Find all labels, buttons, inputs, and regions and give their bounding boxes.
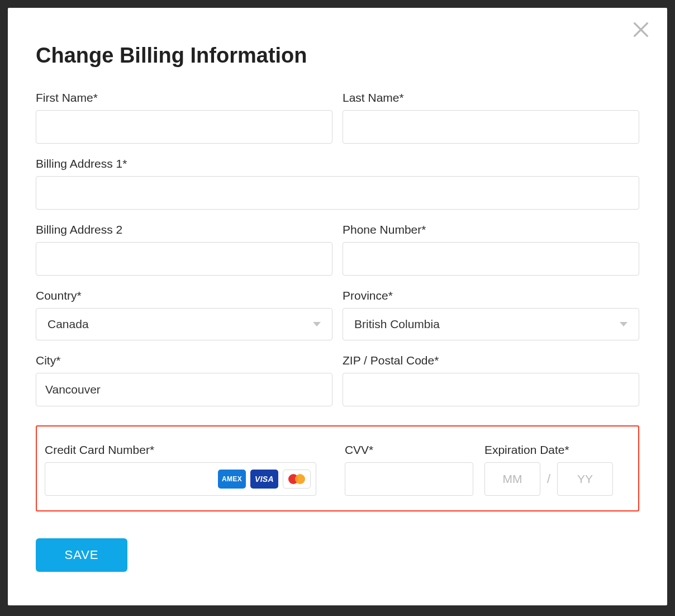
billing-form-grid: First Name* Last Name* Billing Address 1… <box>36 91 639 406</box>
city-field: City* <box>36 354 332 406</box>
address1-label: Billing Address 1* <box>36 157 639 170</box>
phone-label: Phone Number* <box>343 223 639 236</box>
credit-card-section: Credit Card Number* AMEX VISA CVV* Expir… <box>36 425 639 511</box>
chevron-down-icon <box>313 322 321 326</box>
cvv-field: CVV* <box>345 443 473 496</box>
province-selected-value: British Columbia <box>354 318 440 331</box>
last-name-field: Last Name* <box>343 91 639 144</box>
last-name-label: Last Name* <box>343 91 639 105</box>
province-field: Province* British Columbia <box>343 289 639 340</box>
address2-field: Billing Address 2 <box>36 223 332 276</box>
country-field: Country* Canada <box>36 289 332 340</box>
billing-modal: Change Billing Information First Name* L… <box>8 8 667 605</box>
country-label: Country* <box>36 289 332 302</box>
cc-number-label: Credit Card Number* <box>45 443 334 457</box>
expiration-field: Expiration Date* / <box>484 443 630 496</box>
card-brand-icons: AMEX VISA <box>218 470 311 489</box>
phone-field: Phone Number* <box>343 223 639 276</box>
chevron-down-icon <box>620 322 628 326</box>
cvv-label: CVV* <box>345 443 473 457</box>
province-select[interactable]: British Columbia <box>343 308 639 340</box>
zip-label: ZIP / Postal Code* <box>343 354 639 367</box>
expiration-month-input[interactable] <box>484 462 540 496</box>
amex-icon: AMEX <box>218 470 246 489</box>
zip-field: ZIP / Postal Code* <box>343 354 639 406</box>
province-label: Province* <box>343 289 639 302</box>
country-select[interactable]: Canada <box>36 308 332 340</box>
expiration-label: Expiration Date* <box>484 443 630 457</box>
cc-number-field: Credit Card Number* AMEX VISA <box>45 443 334 496</box>
first-name-label: First Name* <box>36 91 332 105</box>
last-name-input[interactable] <box>343 110 639 144</box>
address2-input[interactable] <box>36 242 332 276</box>
first-name-input[interactable] <box>36 110 332 144</box>
first-name-field: First Name* <box>36 91 332 144</box>
expiration-separator: / <box>547 472 550 486</box>
city-label: City* <box>36 354 332 367</box>
country-selected-value: Canada <box>47 318 89 331</box>
address2-label: Billing Address 2 <box>36 223 332 236</box>
city-input[interactable] <box>36 373 332 406</box>
cvv-input[interactable] <box>345 462 473 496</box>
phone-input[interactable] <box>343 242 639 276</box>
address1-input[interactable] <box>36 176 639 210</box>
mastercard-icon <box>283 470 311 489</box>
zip-input[interactable] <box>343 373 639 406</box>
close-icon[interactable] <box>631 20 650 39</box>
address1-field: Billing Address 1* <box>36 157 639 210</box>
modal-title: Change Billing Information <box>36 44 639 68</box>
expiration-year-input[interactable] <box>557 462 613 496</box>
save-button[interactable]: SAVE <box>36 538 127 572</box>
visa-icon: VISA <box>250 470 278 489</box>
